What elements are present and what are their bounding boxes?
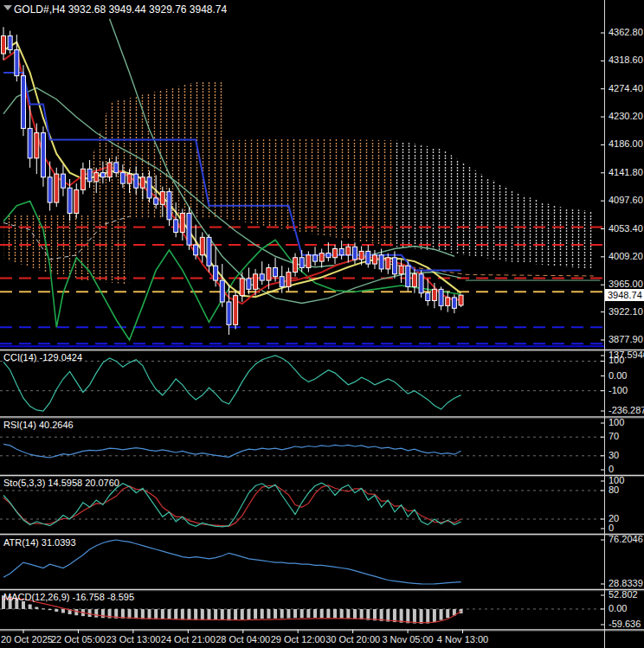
pane-axis-label: -100 [609,385,628,396]
price-axis-label[interactable]: 4097.60 [609,195,643,206]
price-axis-label[interactable]: 3965.00 [609,279,643,290]
time-axis-label[interactable]: 30 Oct 20:00 [325,634,380,645]
pane-axis-label: 0.00 [609,603,627,614]
pane-axis-label: 28.8339 [609,578,643,589]
price-axis-label[interactable]: 4186.00 [609,138,643,150]
time-axis-label[interactable]: 3 Nov 05:00 [382,634,433,645]
pane-axis-label: 30 [609,450,619,461]
price-axis-label[interactable]: 4362.80 [609,27,643,38]
pane-axis-label: 0 [609,523,614,534]
pane-axis-label: 52.802 [609,589,638,600]
pane-axis-label: 100 [609,355,624,366]
chart-canvas[interactable] [0,0,644,648]
current-price-box: 3948.74 [605,289,644,301]
pane-label-cci: CCI(14) -129.0424 [3,352,82,362]
price-axis-label[interactable]: 4318.60 [609,55,643,66]
time-axis-label[interactable]: 4 Nov 13:00 [437,634,488,645]
pane-label-sto: Sto(5,3,3) 14.5958 20.0760 [3,478,119,488]
pane-axis-label: 0.00 [609,370,627,382]
pane-axis-label: 80 [609,484,619,496]
time-axis-label[interactable]: 22 Oct 05:00 [51,634,106,645]
pane-axis-label: -59.636 [609,619,641,630]
time-axis-label[interactable]: 23 Oct 13:00 [106,634,160,645]
price-axis-label[interactable]: 4009.20 [609,251,643,262]
pane-label-macd: MACD(12,26,9) -16.758 -8.595 [3,592,134,602]
pane-label-rsi: RSI(14) 40.2646 [3,420,74,430]
price-axis-label[interactable]: 3877.90 [609,334,643,345]
time-axis-label[interactable]: 20 Oct 2025 [1,634,53,645]
price-axis-label[interactable]: 4230.20 [609,111,643,122]
pane-axis-label: 76.2046 [609,534,643,545]
pane-axis-label: -236.2875 [609,405,644,416]
pane-label-atr: ATR(14) 31.0393 [3,537,76,548]
price-axis-label[interactable]: 4141.80 [609,167,643,178]
price-axis-label[interactable]: 4053.40 [609,223,643,234]
price-axis-label[interactable]: 4274.40 [609,83,643,94]
trading-chart-window: GOLD#,H4 3932.68 3949.44 3929.76 3948.74… [0,0,644,648]
time-axis-label[interactable]: 29 Oct 12:00 [271,634,325,645]
chart-title: GOLD#,H4 3932.68 3949.44 3929.76 3948.74 [14,3,227,16]
time-axis-label[interactable]: 24 Oct 21:00 [161,634,216,645]
pane-axis-label: 70 [609,431,619,442]
time-axis-label[interactable]: 28 Oct 04:00 [216,634,270,645]
price-axis-label[interactable]: 3922.10 [609,306,643,318]
symbol-dropdown-icon[interactable] [3,5,12,10]
pane-axis-label: 0 [609,464,614,475]
pane-axis-label: 100 [609,417,624,428]
